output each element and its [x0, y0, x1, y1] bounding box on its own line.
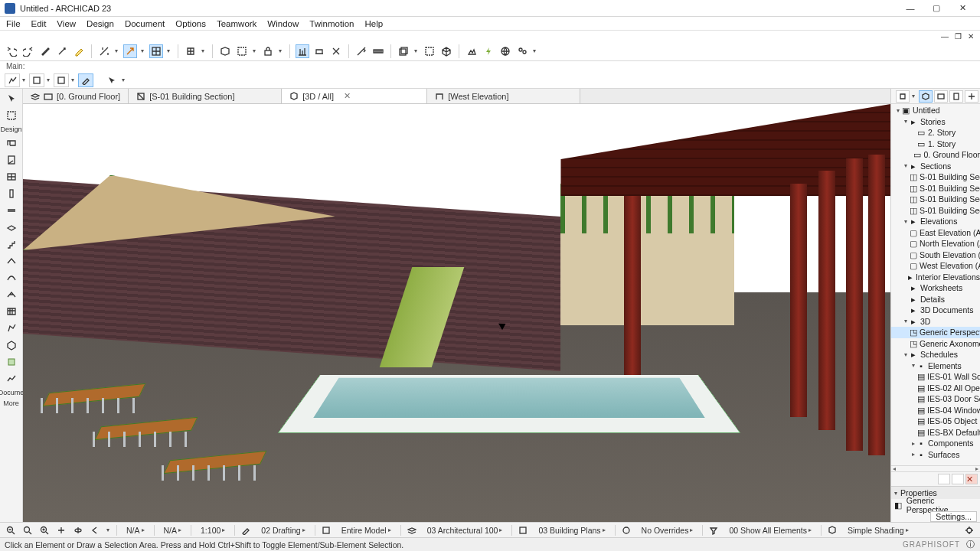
zoom-in-button[interactable] — [38, 525, 51, 536]
snap-point-button[interactable] — [149, 44, 163, 58]
beam-tool[interactable] — [3, 203, 20, 218]
column-tool[interactable] — [3, 186, 20, 201]
tree-node[interactable]: ▾▸Sections — [891, 161, 980, 172]
nav-publisher-button[interactable] — [965, 90, 978, 103]
tree-node[interactable]: ▭1. Story — [891, 139, 980, 150]
menu-design[interactable]: Design — [87, 19, 114, 28]
marquee-3d-button[interactable] — [423, 44, 436, 58]
guideline-dropdown[interactable]: ▾ — [113, 47, 120, 54]
favorite-3-button[interactable] — [54, 73, 69, 87]
tree-root[interactable]: ▾▣Untitled — [891, 105, 980, 116]
tree-node[interactable]: ◳Generic Axonometr — [891, 338, 980, 350]
tab-3d[interactable]: [3D / All] ✕ — [282, 89, 427, 103]
favorite-1-button[interactable] — [5, 73, 20, 87]
tree-node[interactable]: ▢South Elevation (Au — [891, 249, 980, 261]
tree-node[interactable]: ▤IES-01 Wall Sche — [891, 371, 980, 383]
mdi-restore-button[interactable]: ❐ — [955, 32, 962, 41]
window-close-button[interactable]: ✕ — [949, 0, 975, 17]
tree-node[interactable]: ▸▪Surfaces — [891, 449, 980, 461]
filter-value[interactable]: 00 Show All Elements▸ — [724, 524, 816, 536]
tree-node[interactable]: ▾▸Schedules — [891, 349, 980, 360]
element-snap-button[interactable] — [296, 44, 309, 58]
mdi-minimize-button[interactable]: — — [941, 32, 949, 41]
skylight-tool[interactable] — [3, 287, 20, 302]
favorite-3-dropdown[interactable]: ▾ — [69, 77, 77, 83]
layercomb-value[interactable]: 03 Architectural 100▸ — [423, 524, 508, 536]
snap-point-dropdown[interactable]: ▾ — [165, 47, 172, 54]
tree-node[interactable]: ▭2. Story — [891, 127, 980, 139]
menu-options[interactable]: Options — [175, 19, 206, 28]
menu-document[interactable]: Document — [125, 19, 165, 28]
arrow-mode-button[interactable] — [104, 73, 119, 87]
surface-snap-button[interactable] — [312, 44, 326, 58]
menu-help[interactable]: Help — [364, 19, 383, 28]
lock-dropdown[interactable]: ▾ — [276, 47, 284, 54]
zone-tool[interactable] — [3, 354, 20, 370]
tree-node[interactable]: ▾▸Stories — [891, 116, 980, 128]
grid-snap-button[interactable] — [184, 44, 198, 58]
tab-elevation[interactable]: [West Elevation] — [427, 89, 580, 103]
plotset-value[interactable]: 03 Building Plans▸ — [534, 524, 609, 536]
nav-popup-dropdown[interactable]: ▾ — [910, 93, 917, 99]
shell-tool[interactable] — [3, 270, 20, 285]
tree-node[interactable]: ▢West Elevation (Aut — [891, 260, 980, 272]
options-gear-button[interactable] — [963, 525, 975, 536]
guideline-mode-button[interactable] — [97, 44, 111, 58]
tree-node[interactable]: ▢East Elevation (Auto — [891, 227, 980, 239]
window-maximize-button[interactable]: ▢ — [923, 0, 949, 17]
scale-value[interactable]: 1:100▸ — [196, 524, 230, 536]
redo-button[interactable] — [21, 44, 35, 58]
tab-ground-floor[interactable]: [0. Ground Floor] — [23, 89, 129, 103]
menu-edit[interactable]: Edit — [31, 19, 47, 28]
tree-node[interactable]: ▤IES-04 Window Sc — [891, 405, 980, 416]
favorite-2-button[interactable] — [29, 73, 44, 87]
navigator-tree[interactable]: ▾▣Untitled ▾▸Stories▭2. Story▭1. Story▭0… — [891, 104, 980, 465]
suspend-groups-button[interactable] — [218, 44, 232, 58]
tree-node[interactable]: ▸Details — [891, 294, 980, 305]
tree-node[interactable]: ◫S-01 Building Sectio — [891, 194, 980, 205]
orientation-value[interactable]: N/A▸ — [122, 524, 149, 536]
lock-button[interactable] — [261, 44, 275, 58]
inject-button[interactable] — [55, 44, 69, 58]
favorite-1-dropdown[interactable]: ▾ — [20, 77, 28, 83]
eyedropper-button[interactable] — [78, 73, 93, 87]
tree-node[interactable]: ▾▸Elevations — [891, 216, 980, 227]
object-tool[interactable] — [3, 337, 20, 353]
nav-layout-book-button[interactable] — [949, 90, 963, 103]
tree-node[interactable]: ▾▸3D — [891, 316, 980, 328]
undo-button[interactable] — [5, 44, 18, 58]
slab-tool[interactable] — [3, 220, 20, 235]
properties-settings-button[interactable]: Settings... — [930, 511, 977, 522]
menu-file[interactable]: File — [6, 19, 21, 28]
orbit-button[interactable] — [72, 525, 84, 536]
snap-guide-button[interactable] — [123, 44, 137, 58]
menu-twinmotion[interactable]: Twinmotion — [309, 19, 354, 28]
window-tool[interactable] — [3, 169, 20, 184]
modelview-value[interactable]: Entire Model▸ — [337, 524, 396, 536]
tree-node[interactable]: ▤IES-05 Object Inv — [891, 416, 980, 427]
open-3d-button[interactable] — [439, 44, 453, 58]
teamwork-dropdown[interactable]: ▾ — [531, 47, 538, 54]
pick-up-button[interactable] — [38, 44, 52, 58]
favorite-2-dropdown[interactable]: ▾ — [44, 77, 52, 83]
trace-dropdown[interactable]: ▾ — [412, 47, 420, 54]
tab-section[interactable]: [S-01 Building Section] — [129, 89, 282, 103]
teamwork-button[interactable] — [515, 44, 529, 58]
menu-teamwork[interactable]: Teamwork — [217, 19, 256, 28]
snap-guide-dropdown[interactable]: ▾ — [139, 47, 146, 54]
curtain-wall-tool[interactable] — [3, 304, 20, 319]
tree-node[interactable]: ▭0. Ground Floor — [891, 149, 980, 161]
mdi-close-button[interactable]: ✕ — [968, 32, 974, 41]
marquee-button[interactable] — [235, 44, 249, 58]
nav-popup-button[interactable] — [896, 90, 910, 103]
pan-button[interactable] — [55, 525, 67, 536]
tree-node[interactable]: ▾▪Elements — [891, 360, 980, 372]
render-button[interactable] — [465, 44, 479, 58]
tree-node[interactable]: ▸▪Components — [891, 438, 980, 449]
grid-snap-dropdown[interactable]: ▾ — [199, 47, 207, 54]
energy-button[interactable] — [482, 44, 495, 58]
tree-node[interactable]: ▸Worksheets — [891, 282, 980, 294]
tree-node[interactable]: ▤IES-03 Door Sche — [891, 393, 980, 405]
marquee-dropdown[interactable]: ▾ — [250, 47, 258, 54]
zoom-value[interactable]: N/A▸ — [159, 524, 187, 536]
